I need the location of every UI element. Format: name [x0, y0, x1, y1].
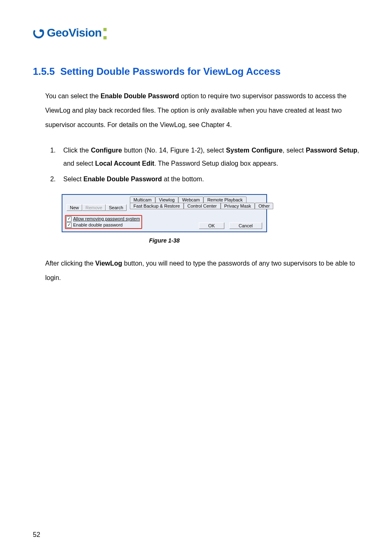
highlight-box: ✓ Allow removing password system ✓ Enabl…	[65, 215, 142, 229]
checkbox-label: Enable double password	[73, 222, 122, 227]
allow-removing-checkbox[interactable]: ✓ Allow removing password system	[66, 216, 140, 222]
tab-fast-backup[interactable]: Fast Backup & Restore	[130, 203, 184, 209]
logo-accent: ▪▪	[102, 25, 107, 41]
section-number: 1.5.5	[33, 66, 55, 77]
password-setup-dialog: New Remove Search Multicam Viewlog Webca…	[62, 194, 267, 232]
svg-point-0	[33, 27, 44, 39]
figure-caption: Figure 1-38	[62, 237, 267, 244]
logo-icon	[33, 27, 44, 39]
intro-paragraph: You can select the Enable Double Passwor…	[45, 89, 359, 132]
checkbox-icon: ✓	[66, 222, 71, 228]
tab-webcam[interactable]: Webcam	[178, 197, 203, 203]
left-button-group: New Remove Search	[67, 204, 127, 211]
page-number: 52	[33, 531, 40, 539]
tab-row-2: Fast Backup & Restore Control Center Pri…	[130, 203, 274, 209]
tab-viewlog[interactable]: Viewlog	[155, 197, 178, 203]
remove-button[interactable]: Remove	[82, 204, 106, 211]
ok-button[interactable]: OK	[199, 222, 224, 229]
dialog-figure: New Remove Search Multicam Viewlog Webca…	[62, 194, 359, 232]
tabs-area: Multicam Viewlog Webcam Remote Playback …	[130, 197, 274, 209]
logo-text: GeoVision	[47, 26, 101, 39]
search-button[interactable]: Search	[106, 204, 127, 211]
tab-multicam[interactable]: Multicam	[130, 197, 155, 203]
step-1: Click the Configure button (No. 14, Figu…	[58, 144, 359, 170]
closing-paragraph: After clicking the ViewLog button, you w…	[45, 256, 359, 285]
tab-control-center[interactable]: Control Center	[184, 203, 221, 209]
tab-remote-playback[interactable]: Remote Playback	[203, 197, 246, 203]
checkbox-icon: ✓	[66, 216, 71, 222]
section-heading: 1.5.5 Setting Double Passwords for ViewL…	[33, 66, 359, 77]
svg-point-1	[39, 29, 42, 32]
tab-row-1: Multicam Viewlog Webcam Remote Playback	[130, 197, 274, 203]
step-2: Select Enable Double Password at the bot…	[58, 173, 359, 186]
tab-privacy-mask[interactable]: Privacy Mask	[221, 203, 255, 209]
cancel-button[interactable]: Cancel	[229, 222, 262, 229]
checkbox-label: Allow removing password system	[73, 216, 140, 221]
brand-logo: GeoVision ▪▪	[33, 25, 359, 41]
steps-list: Click the Configure button (No. 14, Figu…	[45, 144, 359, 186]
enable-double-password-checkbox[interactable]: ✓ Enable double password	[66, 222, 140, 228]
tab-other[interactable]: Other	[255, 203, 274, 209]
section-title: Setting Double Passwords for ViewLog Acc…	[60, 66, 281, 77]
ok-cancel-group: OK Cancel	[199, 222, 262, 229]
new-button[interactable]: New	[67, 204, 82, 211]
